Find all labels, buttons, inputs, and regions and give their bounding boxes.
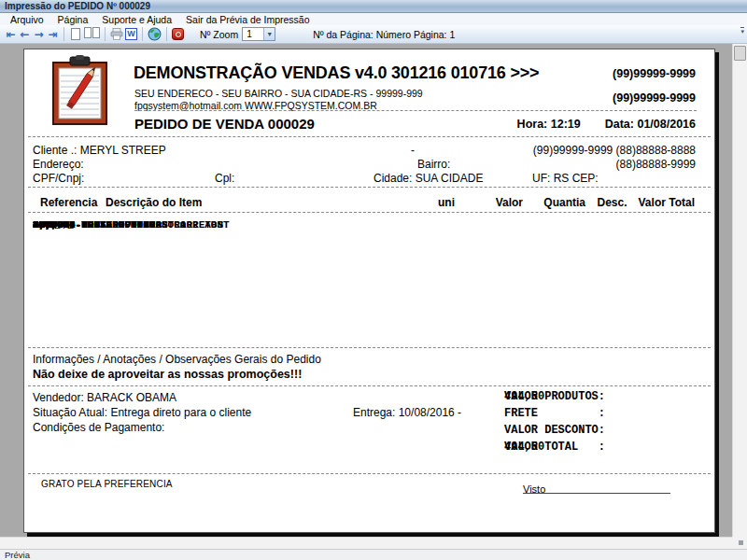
client-phones: (99)99999-9999 (88)88888-8888 [533,144,696,157]
situacao-line: Situação Atual: Entrega direto para o cl… [33,406,251,419]
client-bairro-label: Bairro: [417,158,450,171]
word-export-icon: W [125,28,137,40]
totals-block: VALOR PRODUTOS: 494,50 FRETE : VALOR DES… [504,389,695,456]
col-quantia: Quantia [528,196,591,209]
condicoes-line: Condições de Pagamento: [33,421,164,434]
notes-message: Não deixe de aproveitar as nossas promoç… [33,368,302,381]
client-phone-3: (88)88888-9999 [616,158,696,171]
resize-grip-icon [739,540,743,545]
app-window: { "window": { "title": "Impressão do PED… [0,0,747,560]
client-address-label: Endereço: [33,158,84,171]
zoom-label: Nº Zoom [200,29,238,40]
toolbar-separator [63,27,64,41]
total-label: FRETE : [504,406,605,421]
visto-line: Visto [523,483,670,496]
next-page-icon: → [34,29,43,40]
total-frete-row: FRETE : [504,406,695,423]
client-dash: - [411,144,415,157]
total-desconto-row: VALOR DESCONTO: [504,423,695,440]
printer-icon [110,28,123,40]
two-page-view-button[interactable] [82,26,101,43]
vertical-scrollbar-thumb[interactable] [734,46,746,61]
status-bar: Prévia [0,549,747,560]
web-button[interactable] [147,26,162,43]
total-produtos-row: VALOR PRODUTOS: 494,50 [504,389,695,406]
separator-line [28,187,711,188]
two-page-icon [83,27,100,41]
item-total: 75,00 [33,218,66,231]
items-table-header: Referencia Descrição do Item uni Valor Q… [33,196,698,209]
toolbar: ⇤ ← → ⇥ W Nº Zoom 1 ▼ Nº da Página: Núme… [0,25,747,44]
company-address: SEU ENDERECO - SEU BAIRRO - SUA CIDADE-R… [134,88,423,99]
separator-line [28,385,711,386]
company-phone-2: (99)99999-9999 [613,91,696,105]
close-preview-button[interactable] [171,26,185,43]
export-word-button[interactable]: W [124,26,138,43]
notes-title: Informações / Anotações / Observações Ge… [33,353,321,366]
vendedor-line: Vendedor: BARACK OBAMA [33,391,176,404]
window-title: Impressão do PEDIDO Nº 000029 [5,1,150,11]
separator-line [28,473,711,474]
col-descricao: Descrição do Item [100,196,429,209]
total-label: VALOR DESCONTO: [504,423,605,438]
page-number-info: Nº da Página: Número Página: 1 [313,29,455,40]
power-icon [172,28,184,40]
client-cpf-label: CPF/Cnpj: [33,172,84,185]
separator-line [134,110,697,111]
total-value: 494,50 [504,440,544,455]
last-page-icon: ⇥ [48,29,57,40]
thanks-line: GRATO PELA PREFERENCIA [41,479,173,489]
order-title: PEDIDO DE VENDA 000029 [134,116,315,132]
chevron-down-icon: ▼ [263,28,275,40]
total-value: 494,50 [504,389,544,404]
status-text: Prévia [5,550,30,560]
menu-suporte-ajuda[interactable]: Suporte e Ajuda [99,14,175,25]
previous-page-button[interactable]: ← [18,26,32,43]
toolbar-separator [166,27,167,41]
print-preview-area: DEMONSTRAÇÃO VENDAS v4.0 301216 010716 >… [0,44,732,537]
menu-sair-previa[interactable]: Sair da Prévia de Impressão [183,14,312,25]
client-uf-cep: UF: RS CEP: [532,172,599,185]
order-datetime: Hora: 12:19 Data: 01/08/2016 [517,118,696,131]
first-page-button[interactable]: ⇤ [4,26,18,43]
globe-icon [148,27,162,41]
client-cpl-label: Cpl: [215,172,234,185]
order-time: Hora: 12:19 [517,118,581,131]
document-page: DEMONSTRAÇÃO VENDAS v4.0 301216 010716 >… [23,49,715,533]
zoom-select[interactable]: 1 ▼ [242,27,275,41]
visto-label: Visto [523,483,545,495]
horizontal-scrollbar[interactable] [0,537,732,549]
scroll-corner [732,537,747,549]
toolbar-separator [105,27,106,41]
next-page-button[interactable]: → [32,26,46,43]
single-page-icon [71,28,80,40]
client-name-line: Cliente .: MERYL STREEP [33,144,166,157]
menu-pagina[interactable]: Página [55,14,92,25]
company-phone-1: (99)99999-9999 [613,67,696,80]
print-button[interactable] [109,26,124,43]
previous-page-icon: ← [20,29,29,40]
separator-line [28,136,711,137]
company-name: DEMONSTRAÇÃO VENDAS v4.0 301216 010716 >… [134,63,539,83]
separator-line [28,347,711,348]
col-referencia: Referencia [33,196,100,209]
order-date: Data: 01/08/2016 [605,118,696,131]
toolbar-overflow-icon[interactable]: ▾ [740,27,744,35]
col-valor: Valor [470,196,528,209]
clipboard-logo-icon [50,55,109,127]
total-total-row: VALOR TOTAL : 494,50 [504,440,695,456]
entrega-line: Entrega: 10/08/2016 - [353,406,461,419]
single-page-view-button[interactable] [68,26,82,43]
last-page-button[interactable]: ⇥ [46,26,60,43]
vertical-scrollbar[interactable] [732,44,747,537]
col-desconto: Desc. [591,196,633,209]
zoom-value: 1 [243,29,263,39]
toolbar-separator [142,27,143,41]
col-valor-total: Valor Total [633,196,698,209]
client-cidade: Cidade: SUA CIDADE [374,172,483,185]
menu-arquivo[interactable]: Arquivo [7,14,47,25]
col-uni: uni [429,196,470,209]
separator-line [28,212,711,213]
menu-bar: Arquivo Página Suporte e Ajuda Sair da P… [0,13,747,25]
title-bar: Impressão do PEDIDO Nº 000029 [0,0,747,13]
